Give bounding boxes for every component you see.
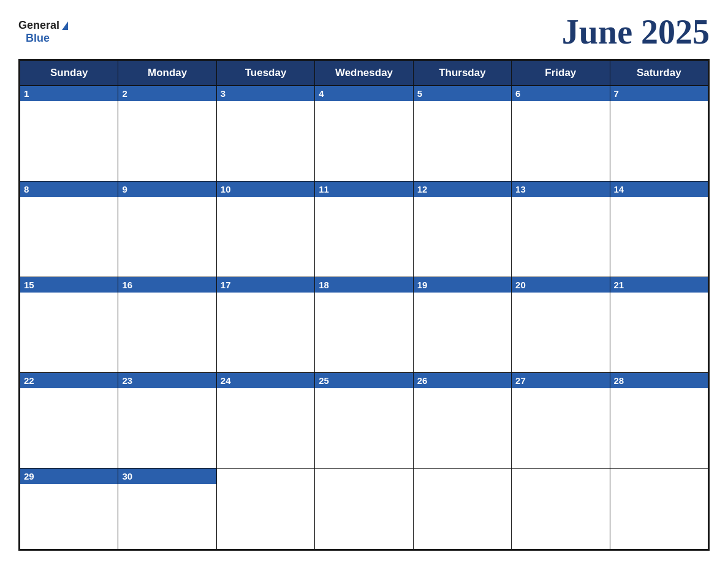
week-row-3: 15 16 17 18 19 20 21 <box>20 277 708 373</box>
month-title: June 2025 <box>562 12 710 52</box>
day-empty-1 <box>216 469 314 550</box>
day-header-friday: Friday <box>512 61 610 86</box>
day-28: 28 <box>610 373 708 469</box>
day-3: 3 <box>216 86 314 182</box>
day-19: 19 <box>413 277 511 373</box>
header: General Blue June 2025 <box>18 12 710 52</box>
day-29: 29 <box>20 469 118 550</box>
day-header-sunday: Sunday <box>20 61 118 86</box>
day-24: 24 <box>216 373 314 469</box>
day-5: 5 <box>413 86 511 182</box>
day-16: 16 <box>118 277 216 373</box>
day-11: 11 <box>315 182 413 277</box>
day-empty-5 <box>610 469 708 550</box>
day-22: 22 <box>20 373 118 469</box>
day-header-wednesday: Wednesday <box>315 61 413 86</box>
day-13: 13 <box>512 182 610 277</box>
day-26: 26 <box>413 373 511 469</box>
day-23: 23 <box>118 373 216 469</box>
day-15: 15 <box>20 277 118 373</box>
day-17: 17 <box>216 277 314 373</box>
week-row-5: 29 30 <box>20 469 708 550</box>
week-row-4: 22 23 24 25 26 27 28 <box>20 373 708 469</box>
week-row-2: 8 9 10 11 12 13 14 <box>20 182 708 277</box>
day-12: 12 <box>413 182 511 277</box>
day-1: 1 <box>20 86 118 182</box>
day-4: 4 <box>315 86 413 182</box>
day-10: 10 <box>216 182 314 277</box>
day-header-thursday: Thursday <box>413 61 511 86</box>
day-14: 14 <box>610 182 708 277</box>
day-header-saturday: Saturday <box>610 61 708 86</box>
day-9: 9 <box>118 182 216 277</box>
day-2: 2 <box>118 86 216 182</box>
days-header-row: Sunday Monday Tuesday Wednesday Thursday… <box>20 61 708 86</box>
page: General Blue June 2025 Sunday Monday Tue… <box>0 0 728 563</box>
day-27: 27 <box>512 373 610 469</box>
day-18: 18 <box>315 277 413 373</box>
day-8: 8 <box>20 182 118 277</box>
week-row-1: 1 2 3 4 5 6 7 <box>20 86 708 182</box>
day-21: 21 <box>610 277 708 373</box>
calendar: Sunday Monday Tuesday Wednesday Thursday… <box>18 59 710 551</box>
day-20: 20 <box>512 277 610 373</box>
logo-blue-text: Blue <box>26 32 50 45</box>
day-7: 7 <box>610 86 708 182</box>
logo: General Blue <box>18 19 68 45</box>
day-empty-4 <box>512 469 610 550</box>
day-empty-3 <box>413 469 511 550</box>
logo-general-text: General <box>18 19 59 32</box>
day-6: 6 <box>512 86 610 182</box>
day-header-monday: Monday <box>118 61 216 86</box>
day-25: 25 <box>315 373 413 469</box>
day-empty-2 <box>315 469 413 550</box>
day-30: 30 <box>118 469 216 550</box>
day-header-tuesday: Tuesday <box>216 61 314 86</box>
logo-triangle-icon <box>62 21 68 30</box>
